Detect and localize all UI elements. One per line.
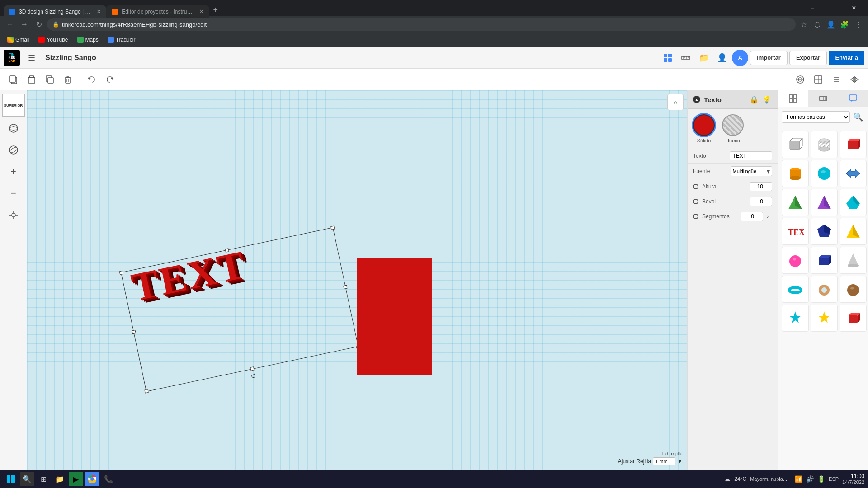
shape-box-red-small[interactable] [840,305,867,332]
shape-sphere-pink[interactable] [782,247,809,274]
back-button[interactable]: ← [4,18,16,31]
shapes-grid-view-btn[interactable] [778,90,808,107]
view-home-button[interactable]: ⌂ [667,94,684,110]
shape-star-yellow[interactable] [811,305,838,332]
extensions-icon[interactable]: 🧩 [838,18,851,31]
user-avatar[interactable]: A [732,50,748,66]
duplicate-button[interactable] [42,71,58,88]
bookmark-youtube[interactable]: YouTube [35,36,71,44]
taskbar-search[interactable]: 🔍 [20,472,34,486]
shape-text-red[interactable]: TEXT [782,218,809,245]
taskbar-spotify[interactable]: ▶ [69,472,83,486]
address-bar[interactable]: 🔒 tinkercad.com/things/4rR8aemEHgb-sizzl… [47,18,796,31]
font-dropdown[interactable]: Multilingüe ▾ [731,166,773,176]
shape-prism-teal[interactable] [840,189,867,216]
forward-button[interactable]: → [18,18,31,31]
tab-close-inactive[interactable]: × [199,8,203,16]
ruler-view-icon[interactable] [678,50,694,66]
shape-pyramid-yellow[interactable] [840,218,867,245]
bulb-icon[interactable]: 💡 [761,94,772,105]
shape-box-gray[interactable] [782,131,809,158]
copy-button[interactable] [5,71,22,88]
fit-view-button[interactable] [4,205,24,225]
taskbar-teams[interactable]: 📞 [101,472,116,486]
segments-toggle[interactable]: › [763,212,772,221]
bookmark-gmail[interactable]: Gmail [4,36,33,44]
text-value-input[interactable] [730,151,773,160]
orbit-button[interactable] [4,140,24,160]
shape-box-red[interactable] [840,131,867,158]
handle-bl[interactable] [144,389,148,393]
view-perspective-button[interactable] [792,71,808,88]
reload-button[interactable]: ↻ [33,18,45,31]
handle-mr[interactable] [343,285,347,289]
tab-close-active[interactable]: × [97,8,101,16]
shapes-chat-view-btn[interactable] [838,90,868,107]
handle-ml[interactable] [132,330,136,334]
shape-box-navy[interactable] [811,247,838,274]
paste-button[interactable] [24,71,40,88]
zoom-out-button[interactable]: − [4,183,24,203]
menu-icon[interactable]: ⋮ [852,18,864,31]
shape-pyramid-green[interactable] [782,189,809,216]
cast-icon[interactable]: ⬡ [811,18,824,31]
bookmark-translate[interactable]: Traducir [104,36,139,44]
start-button[interactable] [4,472,18,486]
home-view-button[interactable] [4,118,24,138]
shapes-category-select[interactable]: Formas básicas [782,111,850,123]
shape-cone-gray[interactable] [840,247,867,274]
new-tab-button[interactable]: + [209,4,222,16]
battery-icon[interactable]: 🔋 [817,475,825,483]
zoom-in-button[interactable]: + [4,162,24,182]
tc-canvas[interactable]: ⌂ TEXT ↺ [27,90,687,470]
shape-connector-blue[interactable] [840,160,867,187]
delete-button[interactable] [60,71,76,88]
shape-sphere-teal[interactable] [811,160,838,187]
shape-sphere-brown[interactable] [840,276,867,303]
profile-icon[interactable]: 👤 [825,18,837,31]
handle-tl[interactable] [119,271,123,275]
shape-torus-teal[interactable] [782,276,809,303]
hamburger-menu-button[interactable]: ☰ [24,50,40,66]
taskbar-files[interactable]: 📁 [52,472,67,486]
taskbar-widgets[interactable]: ⊞ [36,472,51,486]
bookmark-maps[interactable]: Maps [74,36,102,44]
rotate-handle[interactable]: ↺ [250,371,258,380]
handle-tr[interactable] [330,225,335,230]
shapes-search-button[interactable]: 🔍 [852,111,864,123]
volume-icon[interactable]: 🔊 [806,475,814,483]
shape-pyramid-purple[interactable] [811,189,838,216]
redo-button[interactable] [102,71,118,88]
inspector-collapse-icon[interactable]: ▲ [693,96,700,103]
taskbar-chrome[interactable] [85,472,99,486]
bevel-input[interactable] [750,197,772,206]
send-button[interactable]: Enviar a [829,51,864,65]
folder-icon[interactable]: 📁 [696,50,712,66]
tinkercad-logo[interactable]: TIN KER CAD [4,50,20,66]
text-3d-object[interactable]: TEXT [127,242,250,310]
tab-active[interactable]: 3D design Sizzling Sango | Tinker... × [4,5,106,18]
undo-button[interactable] [84,71,100,88]
bookmark-icon[interactable]: ☆ [797,18,810,31]
shape-cylinder-striped[interactable] [811,131,838,158]
network-icon[interactable]: 📶 [795,475,802,483]
import-button[interactable]: Importar [750,51,788,65]
shape-torus-brown[interactable] [811,276,838,303]
shape-cylinder-orange[interactable] [782,160,809,187]
export-button[interactable]: Exportar [789,51,827,65]
solid-swatch[interactable] [693,114,715,136]
view-top-button[interactable] [810,71,826,88]
view-indicator[interactable]: SUPERIOR [2,94,25,117]
profile-nav-icon[interactable]: 👤 [714,50,730,66]
hollow-swatch[interactable] [722,114,744,136]
close-button[interactable]: × [844,1,864,15]
lock-inspector-icon[interactable]: 🔒 [749,94,760,105]
height-input[interactable] [750,182,772,191]
grid-input[interactable] [653,457,675,465]
maximize-button[interactable]: □ [823,1,844,15]
view-mirror-button[interactable] [846,71,863,88]
minimize-button[interactable]: − [802,1,823,15]
shape-star-teal[interactable] [782,305,809,332]
red-rectangle[interactable] [357,258,432,375]
segments-input[interactable] [741,212,763,221]
